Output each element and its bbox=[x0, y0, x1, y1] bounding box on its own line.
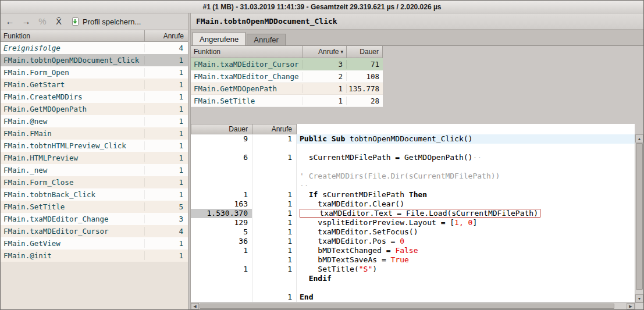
code-segment: True bbox=[391, 255, 409, 264]
horizontal-scrollbar-thumb[interactable] bbox=[200, 304, 614, 309]
code-line[interactable]: 1.530.3701 txaMDEditor.Text = File.Load(… bbox=[191, 209, 635, 218]
line-source: Public Sub tobtnOpenMDDocument_Click() bbox=[297, 134, 635, 144]
code-line[interactable]: 1End bbox=[191, 293, 635, 302]
code-segment: SetTitle( bbox=[300, 265, 359, 273]
column-header-dauer[interactable]: Dauer bbox=[347, 46, 383, 58]
code-segment bbox=[300, 190, 309, 199]
call-count: 1 bbox=[145, 117, 188, 126]
function-row[interactable]: FMain.tobtnBack_Click1 bbox=[1, 188, 188, 201]
percent-icon[interactable]: % bbox=[38, 17, 47, 26]
column-header-anrufe[interactable]: Anrufe bbox=[145, 30, 188, 41]
code-segment: Then bbox=[409, 190, 427, 199]
code-line[interactable] bbox=[191, 283, 635, 293]
code-line[interactable]: ' CreateMDDirs(File.Dir(sCurrentMDFilePa… bbox=[191, 172, 635, 181]
code-line[interactable]: 11 If sCurrentMDFilePath Then bbox=[191, 190, 635, 199]
code-line[interactable]: 61 sCurrentMDFilePath = GetMDOpenPath()·… bbox=[191, 153, 635, 162]
function-list-panel: ← → % X̄ Profil speichern... Funktion An… bbox=[1, 13, 188, 309]
code-line[interactable]: ·· bbox=[191, 181, 635, 190]
callee-row[interactable]: FMain.SetTitle128 bbox=[191, 95, 383, 107]
line-source: bMDTextSaveAs = True bbox=[297, 255, 635, 265]
function-name: FMain.HTMLPreview bbox=[1, 154, 145, 162]
scroll-left-icon[interactable]: ◀ bbox=[191, 303, 199, 309]
function-table: Ereignisfolge4FMain.tobtnOpenMDDocument_… bbox=[1, 42, 188, 309]
code-line[interactable] bbox=[191, 144, 635, 153]
function-row[interactable]: FMain._new1 bbox=[1, 164, 188, 176]
function-row[interactable]: FMain.GetStart1 bbox=[1, 79, 188, 91]
callee-row[interactable]: FMain.GetMDOpenPath1135.778 bbox=[191, 83, 383, 95]
code-line[interactable]: 91Public Sub tobtnOpenMDDocument_Click() bbox=[191, 134, 635, 144]
line-calls bbox=[252, 181, 297, 190]
save-profile-icon bbox=[70, 17, 80, 26]
function-row[interactable]: FMain.SetTitle5 bbox=[1, 201, 188, 213]
code-line[interactable]: 1631 txaMDEditor.Clear() bbox=[191, 199, 635, 209]
horizontal-scrollbar[interactable]: ◀ ▶ bbox=[191, 302, 635, 309]
line-duration: 5 bbox=[191, 227, 252, 237]
function-row[interactable]: FMain.Form_Close1 bbox=[1, 176, 188, 188]
source-code-view[interactable]: 91Public Sub tobtnOpenMDDocument_Click()… bbox=[191, 134, 635, 302]
selected-function-header: FMain.tobtnOpenMDDocument_Click bbox=[191, 13, 643, 30]
detail-tabs: Angerufene Anrufer bbox=[191, 30, 643, 46]
forward-icon[interactable]: → bbox=[22, 17, 31, 26]
function-name: FMain._new bbox=[1, 166, 145, 174]
callee-name: FMain.txaMDEditor_Cursor bbox=[191, 60, 303, 69]
callee-calls: 3 bbox=[303, 60, 347, 69]
vertical-scrollbar[interactable]: ▲ ▼ bbox=[635, 134, 643, 302]
function-row[interactable]: FMain.GetView1 bbox=[1, 237, 188, 250]
code-line[interactable]: 361 txaMDEditor.Pos = 0 bbox=[191, 237, 635, 246]
function-row[interactable]: FMain.HTMLPreview1 bbox=[1, 152, 188, 164]
back-icon[interactable]: ← bbox=[5, 17, 15, 26]
scroll-right-icon[interactable]: ▶ bbox=[627, 303, 635, 309]
scroll-down-icon[interactable]: ▼ bbox=[635, 294, 643, 302]
function-row[interactable]: FMain.FMain1 bbox=[1, 127, 188, 140]
callee-row[interactable]: FMain.txaMDEditor_Change2108 bbox=[191, 70, 383, 83]
code-segment: False bbox=[395, 246, 418, 255]
code-line[interactable]: Endif bbox=[191, 274, 635, 283]
code-line[interactable]: 1291 vsplitEditorPreview.Layout = [1, 0] bbox=[191, 218, 635, 227]
function-row[interactable]: FMain.txaMDEditor_Change3 bbox=[1, 213, 188, 225]
sort-descending-icon: ▾ bbox=[340, 49, 343, 55]
line-calls: 1 bbox=[252, 265, 297, 274]
call-count: 3 bbox=[145, 215, 188, 223]
code-segment: sCurrentMDFilePath = GetMDOpenPath() bbox=[300, 153, 472, 162]
column-header-anrufe-sorted[interactable]: Anrufe ▾ bbox=[303, 46, 347, 58]
function-row[interactable]: FMain.tobtnOpenMDDocument_Click1 bbox=[1, 54, 188, 66]
tab-angerufene[interactable]: Angerufene bbox=[193, 32, 245, 45]
code-line[interactable]: 1 bMDTextSaveAs = True bbox=[191, 255, 635, 265]
line-calls: 1 bbox=[252, 255, 297, 265]
function-row[interactable]: FMain.@init1 bbox=[1, 250, 188, 262]
code-line[interactable]: 51 txaMDEditor.SetFocus() bbox=[191, 227, 635, 237]
tab-anrufer[interactable]: Anrufer bbox=[247, 34, 286, 45]
call-count: 1 bbox=[145, 80, 188, 89]
mean-icon[interactable]: X̄ bbox=[54, 17, 63, 26]
line-duration bbox=[191, 172, 252, 181]
function-row[interactable]: FMain.txaMDEditor_Cursor4 bbox=[1, 225, 188, 237]
function-row[interactable]: FMain.Form_Open1 bbox=[1, 66, 188, 79]
code-segment: Endif bbox=[309, 274, 332, 283]
function-row[interactable]: FMain.GetMDOpenPath1 bbox=[1, 103, 188, 115]
code-line[interactable]: 11 bMDTextChanged = False bbox=[191, 246, 635, 255]
column-header-funktion[interactable]: Funktion bbox=[191, 46, 303, 58]
function-row[interactable]: FMain.tobtnHTMLPreview_Click1 bbox=[1, 140, 188, 152]
call-count: 1 bbox=[145, 239, 188, 248]
call-count: 1 bbox=[145, 129, 188, 138]
function-row[interactable]: FMain.CreateMDDirs1 bbox=[1, 91, 188, 103]
line-calls bbox=[252, 283, 297, 293]
callee-duration: 108 bbox=[347, 72, 383, 81]
function-row[interactable]: Ereignisfolge4 bbox=[1, 42, 188, 54]
function-name: Ereignisfolge bbox=[1, 44, 145, 52]
line-duration bbox=[191, 293, 252, 302]
code-line[interactable] bbox=[191, 162, 635, 172]
function-name: FMain.@new bbox=[1, 117, 145, 126]
save-profile-button[interactable]: Profil speichern... bbox=[70, 17, 141, 26]
function-row[interactable]: FMain.@new1 bbox=[1, 115, 188, 127]
callee-calls: 1 bbox=[303, 97, 347, 105]
scroll-up-icon[interactable]: ▲ bbox=[635, 134, 643, 142]
code-line[interactable]: 11 SetTitle("S") bbox=[191, 265, 635, 274]
line-duration bbox=[191, 162, 252, 172]
vertical-scrollbar-thumb[interactable] bbox=[636, 143, 643, 290]
callee-name: FMain.txaMDEditor_Change bbox=[191, 72, 303, 81]
callee-row[interactable]: FMain.txaMDEditor_Cursor371 bbox=[191, 58, 383, 70]
line-source bbox=[297, 144, 635, 153]
main-area: ← → % X̄ Profil speichern... Funktion An… bbox=[1, 13, 643, 309]
column-header-funktion[interactable]: Funktion bbox=[1, 30, 145, 41]
